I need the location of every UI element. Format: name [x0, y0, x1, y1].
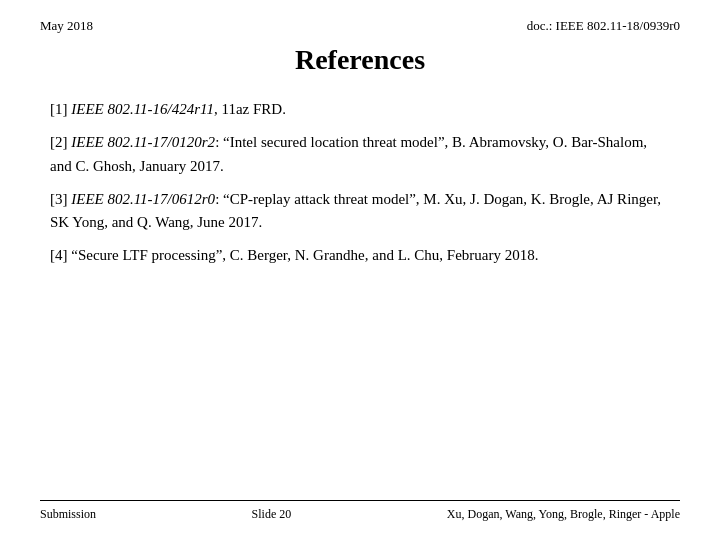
ref1-italic: IEEE 802.11-16/424r11 [71, 101, 214, 117]
references-content: [1] IEEE 802.11-16/424r11, 11az FRD. [2]… [40, 98, 680, 268]
header-date: May 2018 [40, 18, 93, 34]
footer-slide: Slide 20 [252, 507, 292, 522]
ref3-italic: IEEE 802.11-17/0612r0 [71, 191, 215, 207]
ref4-rest: “Secure LTF processing”, C. Berger, N. G… [71, 247, 538, 263]
ref2-italic: IEEE 802.11-17/0120r2 [71, 134, 215, 150]
title-section: References [40, 44, 680, 76]
reference-item-1: [1] IEEE 802.11-16/424r11, 11az FRD. [50, 98, 670, 121]
ref1-rest: , 11az FRD. [214, 101, 286, 117]
ref1-id: [1] [50, 101, 71, 117]
header: May 2018 doc.: IEEE 802.11-18/0939r0 [40, 18, 680, 34]
ref2-id: [2] [50, 134, 71, 150]
header-doc: doc.: IEEE 802.11-18/0939r0 [527, 18, 680, 34]
ref4-id: [4] [50, 247, 71, 263]
ref3-id: [3] [50, 191, 71, 207]
reference-item-3: [3] IEEE 802.11-17/0612r0: “CP-replay at… [50, 188, 670, 235]
reference-item-2: [2] IEEE 802.11-17/0120r2: “Intel secure… [50, 131, 670, 178]
page: May 2018 doc.: IEEE 802.11-18/0939r0 Ref… [0, 0, 720, 540]
footer-authors: Xu, Dogan, Wang, Yong, Brogle, Ringer - … [447, 507, 680, 522]
footer: Submission Slide 20 Xu, Dogan, Wang, Yon… [40, 500, 680, 522]
reference-item-4: [4] “Secure LTF processing”, C. Berger, … [50, 244, 670, 267]
footer-submission: Submission [40, 507, 96, 522]
page-title: References [295, 44, 425, 75]
